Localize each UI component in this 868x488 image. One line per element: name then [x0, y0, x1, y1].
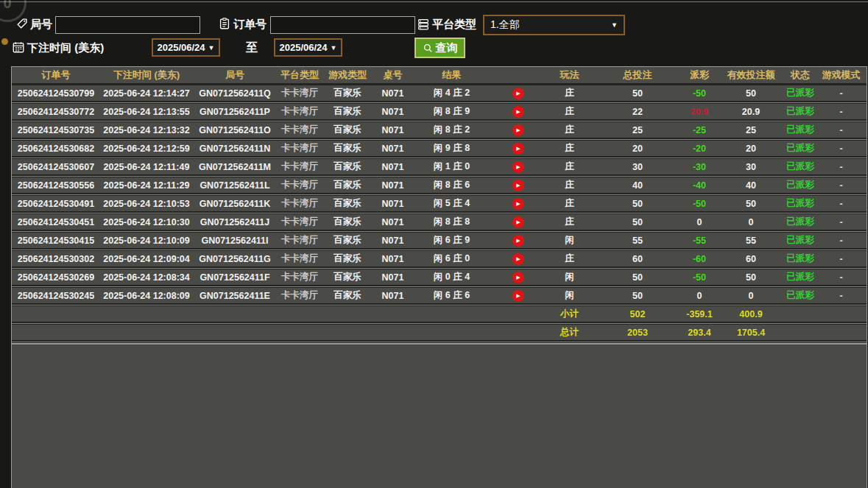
bet-time-cell: 2025-06-24 12:08:34: [100, 272, 193, 283]
header-cell-9: 总投注: [593, 68, 682, 82]
play-video-button[interactable]: ▶: [512, 143, 524, 155]
play-video-button[interactable]: ▶: [512, 161, 524, 173]
play-icon: ▶: [516, 183, 520, 188]
order-number-input[interactable]: [270, 16, 415, 34]
play-type-cell: 闲: [546, 234, 593, 247]
table-row: 2506241245306822025-06-24 12:12:59GN0712…: [12, 141, 867, 156]
play-type-cell: 庄: [546, 160, 593, 173]
play-icon: ▶: [516, 109, 520, 114]
platform-type-select[interactable]: 1.全部 ▼: [483, 15, 625, 35]
header-cell-2: 局号: [193, 68, 277, 82]
valid-bet-cell: 20.9: [717, 107, 785, 117]
play-video-button[interactable]: ▶: [512, 106, 524, 118]
play-type-cell: 庄: [546, 105, 593, 118]
date-to-picker[interactable]: 2025/06/24▼: [274, 38, 342, 57]
play-video-button[interactable]: ▶: [512, 198, 524, 210]
play-video-button[interactable]: ▶: [512, 216, 524, 228]
play-type-cell: 庄: [546, 216, 593, 228]
header-cell-1: 下注时间 (美东): [100, 68, 193, 82]
table-no-cell: N071: [373, 199, 413, 209]
status-cell: 已派彩: [785, 216, 816, 228]
game-type-cell: 百家乐: [322, 252, 373, 265]
table-row: 2506241245302452025-06-24 12:08:09GN0712…: [12, 288, 867, 303]
bet-time-cell: 2025-06-24 12:13:55: [100, 107, 193, 117]
date-range-to-label: 至: [246, 40, 258, 56]
game-mode-cell: -: [816, 88, 867, 99]
header-cell-12: 状态: [785, 68, 816, 82]
valid-bet-cell: 60: [717, 254, 785, 264]
table-body: 2506241245307992025-06-24 12:14:27GN0712…: [12, 85, 867, 343]
game-type-cell: 百家乐: [322, 197, 373, 210]
result-cell: 闲 4 庄 2: [413, 87, 490, 99]
play-video-button[interactable]: ▶: [512, 88, 524, 99]
bet-time-cell: 2025-06-24 12:13:32: [100, 125, 193, 135]
play-video-button[interactable]: ▶: [512, 272, 524, 283]
result-cell: 闲 1 庄 0: [413, 160, 490, 173]
subtotal-row-payout: -359.1: [682, 309, 717, 319]
platform-cell: 卡卡湾厅: [277, 234, 322, 247]
bet-time-cell: 2025-06-24 12:10:09: [100, 236, 193, 246]
query-button[interactable]: 查询: [414, 38, 465, 58]
table-row: 2506241245304152025-06-24 12:10:09GN0712…: [12, 233, 867, 248]
table-no-cell: N071: [373, 125, 413, 135]
platform-type-label: 平台类型: [432, 18, 476, 32]
table-row: 2506241245304512025-06-24 12:10:30GN0712…: [12, 214, 867, 230]
bet-time-cell: 2025-06-24 12:09:04: [100, 254, 193, 264]
total-bet-cell: 50: [593, 199, 682, 209]
chevron-down-icon: ▼: [611, 21, 618, 29]
result-cell: 闲 8 庄 8: [413, 216, 490, 228]
table-row: 2506241245305562025-06-24 12:11:29GN0712…: [12, 177, 867, 193]
date-from-value: 2025/06/24: [158, 42, 205, 53]
table-no-cell: N071: [373, 254, 413, 264]
table-no-cell: N071: [373, 236, 413, 246]
bet-time-label: 下注时间 (美东): [27, 41, 104, 55]
order-no-cell: 250624124530799: [12, 88, 100, 99]
round-no-cell: GN0712562411J: [193, 217, 277, 227]
bet-time-cell: 2025-06-24 12:12:59: [100, 144, 193, 154]
round-number-input[interactable]: [55, 16, 200, 34]
result-cell: 闲 5 庄 4: [413, 197, 490, 210]
table-row: 2506241245307992025-06-24 12:14:27GN0712…: [12, 85, 867, 101]
status-cell: 已派彩: [785, 160, 816, 173]
table-no-cell: N071: [373, 180, 413, 191]
play-icon: ▶: [516, 275, 520, 280]
platform-cell: 卡卡湾厅: [277, 216, 322, 228]
play-video-button[interactable]: ▶: [512, 235, 524, 247]
play-type-cell: 庄: [546, 142, 593, 155]
total-bet-cell: 50: [593, 272, 682, 283]
table-no-cell: N071: [373, 217, 413, 227]
play-cell: ▶: [490, 161, 546, 173]
result-cell: 闲 9 庄 8: [413, 142, 490, 155]
order-no-cell: 250624124530269: [12, 272, 100, 283]
header-cell-11: 有效投注额: [717, 68, 785, 82]
status-cell: 已派彩: [785, 271, 816, 283]
payout-cell: -50: [682, 272, 717, 283]
play-icon: ▶: [516, 293, 520, 298]
query-button-label: 查询: [436, 41, 458, 55]
payout-cell: -30: [682, 162, 717, 172]
grand-total-row-payout: 293.4: [682, 328, 717, 338]
game-type-cell: 百家乐: [322, 105, 373, 118]
header-cell-8: 玩法: [546, 68, 593, 82]
game-type-cell: 百家乐: [322, 142, 373, 155]
valid-bet-cell: 50: [717, 199, 785, 209]
result-cell: 闲 6 庄 6: [413, 289, 490, 302]
platform-cell: 卡卡湾厅: [277, 124, 322, 136]
status-cell: 已派彩: [785, 124, 816, 136]
play-type-cell: 庄: [546, 87, 593, 99]
game-mode-cell: -: [816, 107, 867, 117]
date-from-picker[interactable]: 2025/06/24▼: [152, 38, 220, 57]
bet-time-cell: 2025-06-24 12:10:30: [100, 217, 193, 227]
total-bet-cell: 25: [593, 125, 682, 135]
round-no-cell: GN0712562411E: [193, 291, 277, 301]
status-cell: 已派彩: [785, 252, 816, 265]
play-video-button[interactable]: ▶: [512, 290, 524, 302]
valid-bet-cell: 50: [717, 272, 785, 283]
play-video-button[interactable]: ▶: [512, 180, 524, 191]
total-bet-cell: 60: [593, 254, 682, 264]
valid-bet-cell: 40: [717, 180, 785, 191]
play-video-button[interactable]: ▶: [512, 124, 524, 136]
play-type-cell: 庄: [546, 197, 593, 210]
play-video-button[interactable]: ▶: [512, 253, 524, 265]
header-cell-6: 结果: [413, 68, 490, 82]
